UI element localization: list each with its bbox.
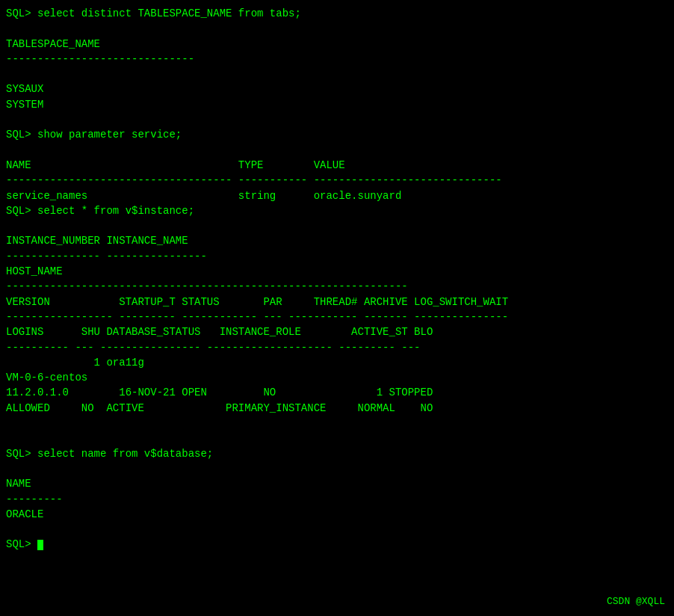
terminal-line: VERSION STARTUP_T STATUS PAR THREAD# ARC…	[6, 295, 668, 309]
terminal-line: ---------	[6, 492, 668, 507]
terminal-line	[6, 143, 668, 158]
terminal-line	[6, 416, 668, 431]
terminal-line: SYSAUX	[6, 81, 668, 96]
terminal-line: SQL> select distinct TABLESPACE_NAME fro…	[6, 6, 668, 21]
terminal-line: SQL> select name from v$database;	[6, 446, 668, 461]
terminal-line: --------------- ----------------	[6, 249, 668, 264]
terminal-line: SQL> show parameter service;	[6, 127, 668, 142]
terminal-line: HOST_NAME	[6, 264, 668, 279]
terminal-line: ---------- --- ---------------- --------…	[6, 340, 668, 355]
terminal-line: NAME	[6, 476, 668, 491]
terminal-line	[6, 112, 668, 127]
terminal-line: SQL>	[6, 537, 668, 552]
terminal-line	[6, 461, 668, 476]
terminal-line: ALLOWED NO ACTIVE PRIMARY_INSTANCE NORMA…	[6, 401, 668, 416]
terminal-line	[6, 21, 668, 36]
terminal-line	[6, 522, 668, 537]
terminal-line: SYSTEM	[6, 97, 668, 112]
terminal-line: VM-0-6-centos	[6, 370, 668, 385]
terminal-line: ----------------- --------- ------------…	[6, 309, 668, 324]
terminal-line: ------------------------------------ ---…	[6, 173, 668, 188]
terminal-line: 1 ora11g	[6, 355, 668, 370]
terminal-line	[6, 218, 668, 233]
terminal-line: ------------------------------	[6, 52, 668, 67]
cursor	[37, 540, 43, 550]
terminal-line: ----------------------------------------…	[6, 279, 668, 294]
terminal-line: SQL> select * from v$instance;	[6, 203, 668, 218]
terminal-line	[6, 67, 668, 81]
terminal-line: 11.2.0.1.0 16-NOV-21 OPEN NO 1 STOPPED	[6, 385, 668, 400]
terminal-line: ORACLE	[6, 507, 668, 522]
terminal-content: SQL> select distinct TABLESPACE_NAME fro…	[6, 6, 668, 552]
terminal-line: TABLESPACE_NAME	[6, 37, 668, 52]
terminal-window: SQL> select distinct TABLESPACE_NAME fro…	[0, 0, 674, 616]
terminal-line: service_names string oracle.sunyard	[6, 188, 668, 203]
terminal-line: LOGINS SHU DATABASE_STATUS INSTANCE_ROLE…	[6, 324, 668, 339]
terminal-line: INSTANCE_NUMBER INSTANCE_NAME	[6, 233, 668, 248]
terminal-line	[6, 431, 668, 446]
terminal-line: NAME TYPE VALUE	[6, 158, 668, 173]
watermark: CSDN @XQLL	[607, 596, 665, 607]
